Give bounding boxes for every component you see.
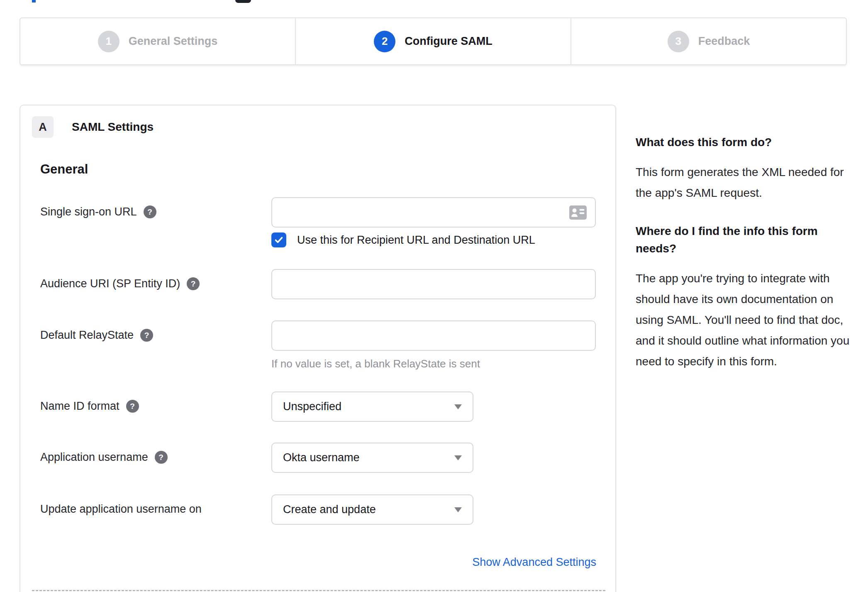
update-username-select[interactable]: Create and update bbox=[271, 494, 473, 525]
recipient-url-checkbox-row: Use this for Recipient URL and Destinati… bbox=[40, 232, 596, 247]
checkmark-icon bbox=[274, 235, 284, 245]
audience-uri-label: Audience URI (SP Entity ID) bbox=[40, 277, 180, 290]
relay-state-helper-text: If no value is set, a blank RelayState i… bbox=[271, 357, 596, 370]
update-username-label: Update application username on bbox=[40, 503, 202, 516]
help-panel-body-1: This form generates the XML needed for t… bbox=[636, 162, 851, 203]
sso-url-help-icon[interactable]: ? bbox=[144, 205, 156, 218]
general-heading: General bbox=[40, 162, 88, 177]
update-username-value: Create and update bbox=[283, 503, 376, 516]
application-username-help-icon[interactable]: ? bbox=[155, 451, 168, 464]
name-id-format-row: Name ID format ? Unspecified bbox=[40, 391, 596, 422]
audience-uri-row: Audience URI (SP Entity ID) ? bbox=[40, 269, 596, 299]
name-id-format-select[interactable]: Unspecified bbox=[271, 391, 473, 422]
step-general-settings[interactable]: 1 General Settings bbox=[20, 18, 295, 64]
relay-state-label-col: Default RelayState ? bbox=[40, 320, 271, 342]
show-advanced-settings-link[interactable]: Show Advanced Settings bbox=[472, 556, 596, 568]
recipient-url-checkbox-label[interactable]: Use this for Recipient URL and Destinati… bbox=[297, 234, 535, 247]
dropdown-caret-icon bbox=[454, 507, 462, 512]
name-id-format-value: Unspecified bbox=[283, 400, 341, 413]
step-3-label: Feedback bbox=[698, 35, 750, 48]
saml-settings-card: A SAML Settings General Single sign-on U… bbox=[20, 105, 616, 592]
dropdown-caret-icon bbox=[454, 404, 462, 409]
section-badge: A bbox=[32, 116, 54, 138]
update-username-row: Update application username on Create an… bbox=[40, 494, 596, 525]
relay-state-row: Default RelayState ? If no value is set,… bbox=[40, 320, 596, 370]
section-divider bbox=[32, 590, 605, 591]
audience-uri-help-icon[interactable]: ? bbox=[187, 277, 200, 290]
audience-uri-input[interactable] bbox=[271, 269, 596, 299]
step-1-number-badge: 1 bbox=[98, 31, 119, 52]
application-username-value: Okta username bbox=[283, 451, 360, 464]
section-header: A SAML Settings bbox=[32, 116, 154, 138]
contact-card-icon[interactable] bbox=[569, 205, 587, 220]
application-username-label-col: Application username ? bbox=[40, 443, 271, 464]
name-id-format-label: Name ID format bbox=[40, 400, 119, 413]
step-1-label: General Settings bbox=[129, 35, 218, 48]
audience-uri-input-wrap bbox=[271, 269, 596, 299]
step-feedback: 3 Feedback bbox=[571, 18, 846, 64]
step-configure-saml[interactable]: 2 Configure SAML bbox=[295, 18, 571, 64]
help-panel-body-2: The app you're trying to integrate with … bbox=[636, 268, 851, 372]
relay-state-input-wrap bbox=[271, 320, 596, 351]
application-username-row: Application username ? Okta username bbox=[40, 443, 596, 473]
update-username-label-col: Update application username on bbox=[40, 494, 271, 516]
dropdown-caret-icon bbox=[454, 455, 462, 460]
cutoff-blue-logo-fragment bbox=[32, 0, 36, 2]
sso-url-row: Single sign-on URL ? bbox=[40, 197, 596, 228]
help-panel-heading-2: Where do I find the info this form needs… bbox=[636, 223, 851, 257]
audience-uri-label-col: Audience URI (SP Entity ID) ? bbox=[40, 269, 271, 290]
step-2-number-badge: 2 bbox=[374, 31, 395, 52]
name-id-format-label-col: Name ID format ? bbox=[40, 391, 271, 413]
sso-url-label: Single sign-on URL bbox=[40, 205, 137, 218]
help-panel: What does this form do? This form genera… bbox=[636, 134, 851, 391]
step-3-number-badge: 3 bbox=[668, 31, 689, 52]
application-username-select[interactable]: Okta username bbox=[271, 443, 473, 473]
sso-url-input-wrap bbox=[271, 197, 596, 228]
name-id-format-help-icon[interactable]: ? bbox=[126, 400, 139, 413]
recipient-url-checkbox[interactable] bbox=[271, 232, 286, 247]
application-username-label: Application username bbox=[40, 451, 148, 464]
sso-url-label-col: Single sign-on URL ? bbox=[40, 197, 271, 218]
cutoff-dark-icon-fragment bbox=[235, 0, 251, 3]
relay-state-input[interactable] bbox=[271, 320, 596, 351]
advanced-settings-row: Show Advanced Settings bbox=[40, 556, 596, 569]
relay-state-label: Default RelayState bbox=[40, 329, 134, 342]
sso-url-input[interactable] bbox=[271, 197, 596, 228]
step-2-label: Configure SAML bbox=[405, 35, 492, 48]
wizard-stepper: 1 General Settings 2 Configure SAML 3 Fe… bbox=[20, 17, 847, 65]
help-panel-heading-1: What does this form do? bbox=[636, 134, 851, 151]
relay-state-help-icon[interactable]: ? bbox=[140, 329, 153, 342]
section-title: SAML Settings bbox=[72, 120, 154, 134]
